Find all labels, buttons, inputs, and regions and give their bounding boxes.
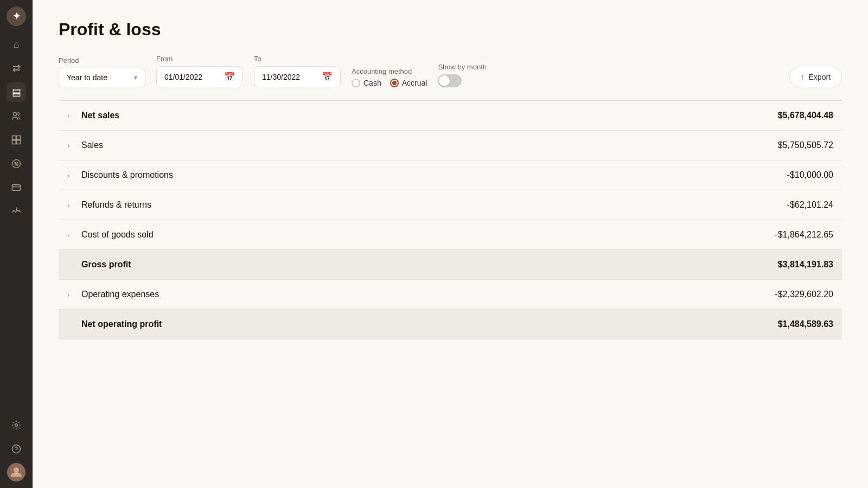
row-label-net-operating-profit: Net operating profit bbox=[81, 319, 162, 329]
table-row-net-sales[interactable]: ›Net sales$5,678,404.48 bbox=[59, 101, 842, 131]
expand-chevron-icon[interactable]: › bbox=[67, 171, 76, 179]
sidebar-item-users[interactable] bbox=[7, 106, 26, 126]
period-select[interactable]: Year to date ▾ bbox=[59, 68, 145, 87]
sidebar-item-payments[interactable] bbox=[7, 178, 26, 197]
show-by-month-toggle-container bbox=[438, 74, 487, 87]
svg-point-7 bbox=[15, 162, 16, 163]
accounting-label: Accounting method bbox=[352, 67, 427, 75]
from-date-value: 01/01/2022 bbox=[164, 73, 202, 81]
to-date-value: 11/30/2022 bbox=[262, 73, 300, 81]
row-value-refunds: -$62,101.24 bbox=[787, 200, 833, 210]
accounting-radio-row: Cash Accrual bbox=[352, 79, 427, 87]
sidebar-item-activity[interactable] bbox=[7, 202, 26, 221]
main-content: Profit & loss Period Year to date ▾ From… bbox=[33, 0, 868, 488]
accrual-label: Accrual bbox=[402, 79, 427, 87]
svg-point-8 bbox=[17, 164, 18, 165]
sidebar-item-discounts[interactable] bbox=[7, 154, 26, 174]
row-value-discounts: -$10,000.00 bbox=[787, 170, 833, 180]
accrual-radio-circle bbox=[390, 79, 399, 87]
svg-rect-3 bbox=[12, 140, 16, 144]
export-icon: ↑ bbox=[801, 73, 805, 81]
sidebar-item-home[interactable]: ⌂ bbox=[7, 35, 26, 54]
row-value-net-sales: $5,678,404.48 bbox=[778, 111, 833, 120]
row-value-net-operating-profit: $1,484,589.63 bbox=[778, 319, 833, 329]
row-label-net-sales: Net sales bbox=[81, 111, 119, 120]
period-filter-group: Period Year to date ▾ bbox=[59, 56, 145, 87]
sidebar-item-transfer[interactable]: ⇄ bbox=[7, 59, 26, 78]
row-label-refunds: Refunds & returns bbox=[81, 200, 151, 210]
svg-rect-4 bbox=[17, 140, 21, 144]
svg-rect-9 bbox=[12, 185, 21, 191]
to-filter-group: To 11/30/2022 📅 bbox=[254, 55, 341, 87]
to-label: To bbox=[254, 55, 341, 63]
period-label: Period bbox=[59, 56, 145, 65]
expand-chevron-icon[interactable]: › bbox=[67, 291, 76, 299]
sidebar: ✦ ⌂ ⇄ ▤ bbox=[0, 0, 33, 488]
expand-chevron-icon[interactable]: › bbox=[67, 112, 76, 120]
expand-chevron-icon[interactable]: › bbox=[67, 201, 76, 209]
sidebar-item-help[interactable] bbox=[7, 439, 26, 459]
table-row-discounts[interactable]: ›Discounts & promotions-$10,000.00 bbox=[59, 160, 842, 190]
expand-chevron-icon[interactable]: › bbox=[67, 142, 76, 150]
cash-radio-circle bbox=[352, 79, 360, 87]
svg-point-14 bbox=[14, 467, 19, 473]
svg-point-0 bbox=[14, 112, 17, 115]
row-label-gross-profit: Gross profit bbox=[81, 260, 131, 269]
row-value-cogs: -$1,864,212.65 bbox=[775, 230, 833, 240]
cash-label: Cash bbox=[363, 79, 381, 87]
accrual-radio-dot bbox=[392, 81, 397, 85]
table-row-sales[interactable]: ›Sales$5,750,505.72 bbox=[59, 131, 842, 160]
from-date-input[interactable]: 01/01/2022 📅 bbox=[156, 66, 243, 87]
accounting-method-group: Accounting method Cash Accrual bbox=[352, 67, 427, 87]
sidebar-item-settings[interactable] bbox=[7, 415, 26, 435]
row-label-operating-expenses: Operating expenses bbox=[81, 290, 159, 299]
row-value-operating-expenses: -$2,329,602.20 bbox=[775, 290, 833, 299]
sidebar-item-reports[interactable]: ▤ bbox=[7, 82, 26, 102]
period-chevron-icon: ▾ bbox=[134, 74, 137, 81]
svg-rect-2 bbox=[17, 136, 21, 140]
from-calendar-icon: 📅 bbox=[224, 72, 235, 82]
show-by-month-group: Show by month bbox=[438, 63, 487, 87]
user-avatar[interactable] bbox=[7, 463, 25, 481]
page-title: Profit & loss bbox=[59, 20, 842, 40]
filters-row: Period Year to date ▾ From 01/01/2022 📅 … bbox=[59, 55, 842, 87]
report-table: ›Net sales$5,678,404.48›Sales$5,750,505.… bbox=[59, 101, 842, 339]
export-button[interactable]: ↑ Export bbox=[789, 67, 842, 87]
show-by-month-toggle[interactable] bbox=[438, 74, 462, 87]
table-row-cogs[interactable]: ›Cost of goods sold-$1,864,212.65 bbox=[59, 220, 842, 250]
svg-line-6 bbox=[15, 162, 18, 165]
from-filter-group: From 01/01/2022 📅 bbox=[156, 55, 243, 87]
row-value-sales: $5,750,505.72 bbox=[778, 140, 833, 150]
row-label-discounts: Discounts & promotions bbox=[81, 170, 173, 180]
sidebar-item-products[interactable] bbox=[7, 130, 26, 150]
to-calendar-icon: 📅 bbox=[322, 72, 333, 82]
toggle-knob bbox=[439, 75, 450, 86]
from-label: From bbox=[156, 55, 243, 63]
app-logo[interactable]: ✦ bbox=[7, 7, 26, 26]
period-value: Year to date bbox=[67, 73, 107, 82]
row-label-sales: Sales bbox=[81, 140, 103, 150]
row-label-cogs: Cost of goods sold bbox=[81, 230, 154, 240]
export-label: Export bbox=[809, 73, 831, 81]
row-value-gross-profit: $3,814,191.83 bbox=[778, 260, 833, 269]
accrual-radio-option[interactable]: Accrual bbox=[390, 79, 427, 87]
table-row-net-operating-profit: Net operating profit$1,484,589.63 bbox=[59, 310, 842, 339]
svg-rect-1 bbox=[12, 136, 16, 140]
table-row-gross-profit: Gross profit$3,814,191.83 bbox=[59, 250, 842, 280]
expand-chevron-icon[interactable]: › bbox=[67, 231, 76, 239]
to-date-input[interactable]: 11/30/2022 📅 bbox=[254, 66, 341, 87]
table-row-operating-expenses[interactable]: ›Operating expenses-$2,329,602.20 bbox=[59, 280, 842, 310]
cash-radio-option[interactable]: Cash bbox=[352, 79, 381, 87]
svg-point-11 bbox=[15, 424, 18, 427]
table-row-refunds[interactable]: ›Refunds & returns-$62,101.24 bbox=[59, 190, 842, 220]
show-by-month-label: Show by month bbox=[438, 63, 487, 71]
